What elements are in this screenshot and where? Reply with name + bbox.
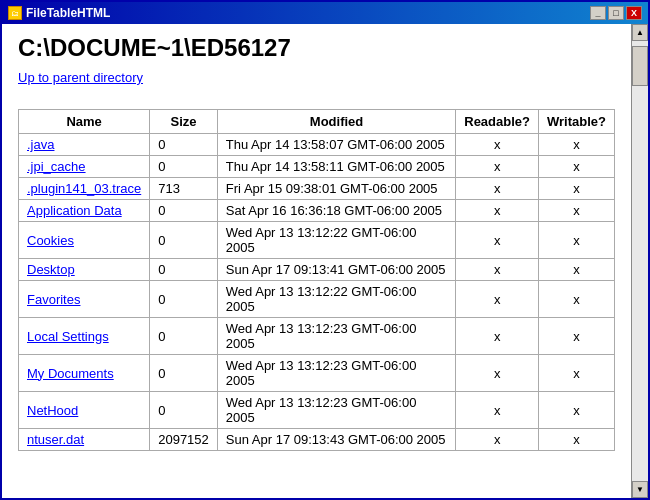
table-row: Application Data0Sat Apr 16 16:36:18 GMT… xyxy=(19,200,615,222)
file-writable-cell: x xyxy=(539,134,615,156)
content-area: C:\DOCUME~1\ED56127 Up to parent directo… xyxy=(2,24,648,498)
table-header-row: Name Size Modified Readable? Writable? xyxy=(19,110,615,134)
file-writable-cell: x xyxy=(539,281,615,318)
main-content: C:\DOCUME~1\ED56127 Up to parent directo… xyxy=(2,24,631,498)
path-heading: C:\DOCUME~1\ED56127 xyxy=(18,34,615,62)
file-readable-cell: x xyxy=(456,318,539,355)
table-row: .plugin141_03.trace713Fri Apr 15 09:38:0… xyxy=(19,178,615,200)
table-row: ntuser.dat2097152Sun Apr 17 09:13:43 GMT… xyxy=(19,429,615,451)
file-size-cell: 2097152 xyxy=(150,429,218,451)
col-header-size: Size xyxy=(150,110,218,134)
file-readable-cell: x xyxy=(456,355,539,392)
file-modified-cell: Sun Apr 17 09:13:41 GMT-06:00 2005 xyxy=(217,259,455,281)
table-row: Cookies0Wed Apr 13 13:12:22 GMT-06:00 20… xyxy=(19,222,615,259)
file-readable-cell: x xyxy=(456,178,539,200)
file-writable-cell: x xyxy=(539,429,615,451)
window-title: FileTableHTML xyxy=(26,6,110,20)
table-row: Local Settings0Wed Apr 13 13:12:23 GMT-0… xyxy=(19,318,615,355)
window-controls: _ □ X xyxy=(590,6,642,20)
file-modified-cell: Thu Apr 14 13:58:11 GMT-06:00 2005 xyxy=(217,156,455,178)
col-header-modified: Modified xyxy=(217,110,455,134)
col-header-readable: Readable? xyxy=(456,110,539,134)
maximize-button[interactable]: □ xyxy=(608,6,624,20)
scroll-down-button[interactable]: ▼ xyxy=(632,481,648,498)
file-name-cell[interactable]: Cookies xyxy=(19,222,150,259)
parent-directory-link[interactable]: Up to parent directory xyxy=(18,70,143,85)
file-writable-cell: x xyxy=(539,222,615,259)
file-writable-cell: x xyxy=(539,259,615,281)
file-writable-cell: x xyxy=(539,355,615,392)
file-size-cell: 0 xyxy=(150,281,218,318)
file-readable-cell: x xyxy=(456,134,539,156)
file-readable-cell: x xyxy=(456,200,539,222)
file-modified-cell: Wed Apr 13 13:12:23 GMT-06:00 2005 xyxy=(217,355,455,392)
scrollbar-thumb[interactable] xyxy=(632,46,648,86)
scrollbar-track[interactable] xyxy=(632,41,648,481)
file-name-cell[interactable]: .jpi_cache xyxy=(19,156,150,178)
file-name-cell[interactable]: .plugin141_03.trace xyxy=(19,178,150,200)
file-modified-cell: Sun Apr 17 09:13:43 GMT-06:00 2005 xyxy=(217,429,455,451)
scroll-up-button[interactable]: ▲ xyxy=(632,24,648,41)
file-writable-cell: x xyxy=(539,156,615,178)
file-name-cell[interactable]: NetHood xyxy=(19,392,150,429)
col-header-writable: Writable? xyxy=(539,110,615,134)
close-button[interactable]: X xyxy=(626,6,642,20)
file-modified-cell: Wed Apr 13 13:12:23 GMT-06:00 2005 xyxy=(217,318,455,355)
file-modified-cell: Thu Apr 14 13:58:07 GMT-06:00 2005 xyxy=(217,134,455,156)
table-row: My Documents0Wed Apr 13 13:12:23 GMT-06:… xyxy=(19,355,615,392)
file-size-cell: 713 xyxy=(150,178,218,200)
file-readable-cell: x xyxy=(456,222,539,259)
title-bar-left: 🗂 FileTableHTML xyxy=(8,6,110,20)
table-row: .java0Thu Apr 14 13:58:07 GMT-06:00 2005… xyxy=(19,134,615,156)
file-name-cell[interactable]: Desktop xyxy=(19,259,150,281)
file-size-cell: 0 xyxy=(150,134,218,156)
file-size-cell: 0 xyxy=(150,259,218,281)
table-row: Desktop0Sun Apr 17 09:13:41 GMT-06:00 20… xyxy=(19,259,615,281)
file-modified-cell: Wed Apr 13 13:12:23 GMT-06:00 2005 xyxy=(217,392,455,429)
file-name-cell[interactable]: .java xyxy=(19,134,150,156)
main-window: 🗂 FileTableHTML _ □ X C:\DOCUME~1\ED5612… xyxy=(0,0,650,500)
file-size-cell: 0 xyxy=(150,200,218,222)
file-writable-cell: x xyxy=(539,318,615,355)
file-readable-cell: x xyxy=(456,392,539,429)
file-writable-cell: x xyxy=(539,178,615,200)
file-name-cell[interactable]: Local Settings xyxy=(19,318,150,355)
title-bar: 🗂 FileTableHTML _ □ X xyxy=(2,2,648,24)
file-table: Name Size Modified Readable? Writable? .… xyxy=(18,109,615,451)
file-readable-cell: x xyxy=(456,156,539,178)
file-modified-cell: Wed Apr 13 13:12:22 GMT-06:00 2005 xyxy=(217,281,455,318)
file-modified-cell: Wed Apr 13 13:12:22 GMT-06:00 2005 xyxy=(217,222,455,259)
table-row: Favorites0Wed Apr 13 13:12:22 GMT-06:00 … xyxy=(19,281,615,318)
file-readable-cell: x xyxy=(456,259,539,281)
file-readable-cell: x xyxy=(456,429,539,451)
file-size-cell: 0 xyxy=(150,355,218,392)
file-name-cell[interactable]: Application Data xyxy=(19,200,150,222)
scrollbar: ▲ ▼ xyxy=(631,24,648,498)
col-header-name: Name xyxy=(19,110,150,134)
file-size-cell: 0 xyxy=(150,392,218,429)
app-icon: 🗂 xyxy=(8,6,22,20)
file-size-cell: 0 xyxy=(150,156,218,178)
file-name-cell[interactable]: My Documents xyxy=(19,355,150,392)
file-name-cell[interactable]: Favorites xyxy=(19,281,150,318)
file-writable-cell: x xyxy=(539,200,615,222)
file-modified-cell: Fri Apr 15 09:38:01 GMT-06:00 2005 xyxy=(217,178,455,200)
minimize-button[interactable]: _ xyxy=(590,6,606,20)
file-size-cell: 0 xyxy=(150,318,218,355)
file-modified-cell: Sat Apr 16 16:36:18 GMT-06:00 2005 xyxy=(217,200,455,222)
table-row: NetHood0Wed Apr 13 13:12:23 GMT-06:00 20… xyxy=(19,392,615,429)
file-size-cell: 0 xyxy=(150,222,218,259)
file-name-cell[interactable]: ntuser.dat xyxy=(19,429,150,451)
table-row: .jpi_cache0Thu Apr 14 13:58:11 GMT-06:00… xyxy=(19,156,615,178)
file-writable-cell: x xyxy=(539,392,615,429)
file-readable-cell: x xyxy=(456,281,539,318)
